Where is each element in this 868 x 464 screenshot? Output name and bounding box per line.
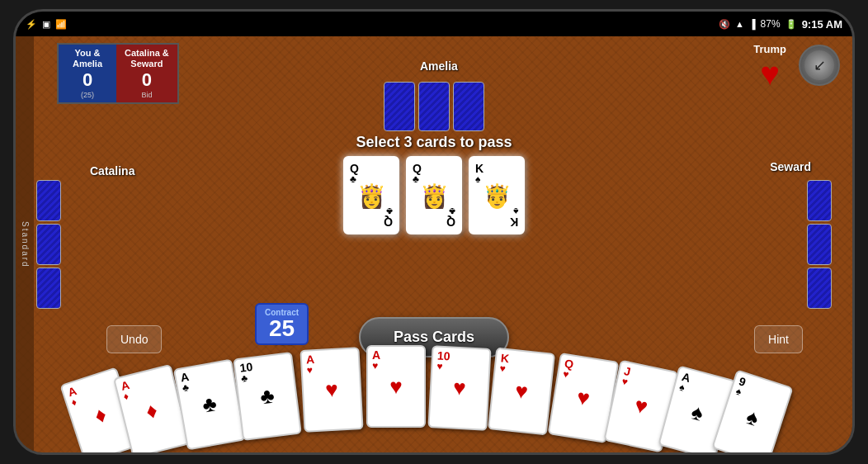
card2-center: 👸 bbox=[420, 182, 449, 209]
card2-rank-bot: Q bbox=[446, 215, 455, 229]
team2-name: Catalina &Seward bbox=[125, 48, 169, 69]
hc11-suit: ♠ bbox=[678, 382, 686, 393]
card2-suit-top: ♣ bbox=[413, 173, 419, 185]
score-panel: You &Amelia 0 (25) Catalina &Seward 0 Bi… bbox=[57, 43, 179, 104]
hc12-center: ♠ bbox=[743, 404, 762, 432]
device-frame: ⚡ ▣ 📶 🔇 ▲ ▐ 87% 🔋 9:15 AM Standard You &… bbox=[13, 9, 855, 455]
catalina-card-1 bbox=[36, 180, 61, 221]
hand-card-6[interactable]: A ♥ ♥ bbox=[366, 345, 426, 428]
card1-center: 👸 bbox=[357, 182, 386, 209]
hc1-suit: ♦ bbox=[70, 397, 78, 408]
player-catalina: Catalina bbox=[90, 164, 134, 178]
player-amelia: Amelia bbox=[420, 59, 458, 73]
trump-label: Trump bbox=[753, 43, 786, 55]
hc9-suit: ♥ bbox=[562, 369, 569, 380]
hc12-suit: ♠ bbox=[734, 386, 743, 397]
team1-score: You &Amelia 0 (25) bbox=[59, 45, 116, 102]
seward-card-2 bbox=[807, 224, 832, 265]
amelia-card-1 bbox=[384, 82, 415, 131]
selected-cards-area: Q ♣ 👸 ♣ Q Q ♣ 👸 ♣ Q K ♠ 🤴 ♠ K bbox=[343, 156, 525, 234]
selected-card-2[interactable]: Q ♣ 👸 ♣ Q bbox=[406, 156, 462, 234]
catalina-cards bbox=[36, 180, 61, 309]
usb-icon: ⚡ bbox=[26, 19, 37, 30]
hc8-suit: ♥ bbox=[499, 363, 506, 374]
hc10-suit: ♥ bbox=[621, 376, 629, 387]
card1-rank-bot: Q bbox=[384, 215, 393, 229]
hc3-suit: ♣ bbox=[182, 382, 190, 393]
hc6-suit: ♥ bbox=[372, 361, 378, 371]
card3-suit-top: ♠ bbox=[475, 173, 480, 185]
amelia-cards bbox=[384, 82, 484, 131]
game-area: Standard You &Amelia 0 (25) Catalina &Se… bbox=[16, 36, 852, 452]
status-right: 🔇 ▲ ▐ 87% 🔋 9:15 AM bbox=[719, 18, 842, 31]
hc10-center: ♥ bbox=[632, 392, 650, 420]
clock: 9:15 AM bbox=[802, 18, 842, 31]
team1-name: You &Amelia bbox=[67, 48, 108, 69]
team2-score-value: 0 bbox=[125, 69, 169, 91]
sim-icon: ▣ bbox=[42, 19, 50, 30]
status-bar: ⚡ ▣ 📶 🔇 ▲ ▐ 87% 🔋 9:15 AM bbox=[16, 12, 852, 36]
trump-btn-inner: ↙ bbox=[804, 50, 834, 80]
trump-btn-icon: ↙ bbox=[814, 56, 826, 74]
contract-badge: Contract 25 bbox=[255, 303, 309, 345]
hc5-center: ♥ bbox=[324, 376, 338, 403]
hc11-center: ♠ bbox=[688, 399, 705, 427]
card3-center: 🤴 bbox=[483, 182, 512, 209]
wifi-signal-icon: ▲ bbox=[735, 19, 744, 29]
catalina-card-3 bbox=[36, 268, 61, 309]
contract-number: 25 bbox=[263, 317, 300, 340]
hc4-center: ♣ bbox=[259, 383, 276, 410]
hc2-suit: ♦ bbox=[122, 391, 130, 401]
seward-card-1 bbox=[807, 180, 832, 221]
selected-card-3[interactable]: K ♠ 🤴 ♠ K bbox=[469, 156, 525, 234]
hc4-suit: ♣ bbox=[240, 373, 248, 384]
amelia-card-3 bbox=[453, 82, 484, 131]
hand-area: A ♦ ♦ A ♦ ♦ A ♣ ♣ 10 ♣ ♣ A ♥ ♥ bbox=[63, 345, 805, 452]
hc7-suit: ♥ bbox=[436, 362, 443, 372]
seward-cards bbox=[807, 180, 832, 309]
hand-card-4[interactable]: 10 ♣ ♣ bbox=[233, 352, 302, 441]
team2-score: Catalina &Seward 0 Bid bbox=[116, 45, 177, 102]
hc5-suit: ♥ bbox=[306, 365, 313, 375]
status-left: ⚡ ▣ 📶 bbox=[26, 19, 67, 30]
battery-level: 87% bbox=[761, 18, 781, 30]
hand-card-5[interactable]: A ♥ ♥ bbox=[300, 347, 363, 433]
sidebar-label-area: Standard bbox=[16, 36, 34, 452]
hand-card-8[interactable]: K ♥ ♥ bbox=[488, 348, 555, 436]
catalina-card-2 bbox=[36, 224, 61, 265]
card1-suit-top: ♣ bbox=[350, 173, 356, 185]
team2-sub: Bid bbox=[125, 91, 169, 99]
hand-card-7[interactable]: 10 ♥ ♥ bbox=[427, 345, 491, 431]
hc6-center: ♥ bbox=[389, 374, 402, 400]
card3-rank-bot: K bbox=[510, 215, 518, 229]
seward-card-3 bbox=[807, 268, 832, 309]
trump-area: Trump ♥ bbox=[753, 43, 786, 92]
hc8-center: ♥ bbox=[514, 378, 530, 405]
hc7-center: ♥ bbox=[452, 375, 466, 401]
team1-score-value: 0 bbox=[67, 69, 108, 91]
trump-suit: ♥ bbox=[753, 55, 786, 92]
hc9-center: ♥ bbox=[575, 384, 592, 411]
wifi-icon: 📶 bbox=[55, 19, 67, 30]
sidebar-label: Standard bbox=[21, 221, 30, 268]
hc2-center: ♦ bbox=[144, 397, 160, 424]
hc3-center: ♣ bbox=[200, 391, 219, 418]
amelia-card-2 bbox=[418, 82, 450, 131]
team1-sub: (25) bbox=[67, 91, 108, 99]
signal-icon: ▐ bbox=[749, 19, 756, 29]
instruction-text: Select 3 cards to pass bbox=[356, 134, 512, 151]
hc1-center: ♦ bbox=[92, 401, 110, 429]
player-seward: Seward bbox=[770, 160, 811, 173]
mute-icon: 🔇 bbox=[719, 19, 730, 30]
hc6-rank: A bbox=[372, 349, 380, 361]
selected-card-1[interactable]: Q ♣ 👸 ♣ Q bbox=[343, 156, 399, 234]
battery-icon: 🔋 bbox=[785, 19, 797, 30]
trump-button[interactable]: ↙ bbox=[799, 45, 840, 86]
